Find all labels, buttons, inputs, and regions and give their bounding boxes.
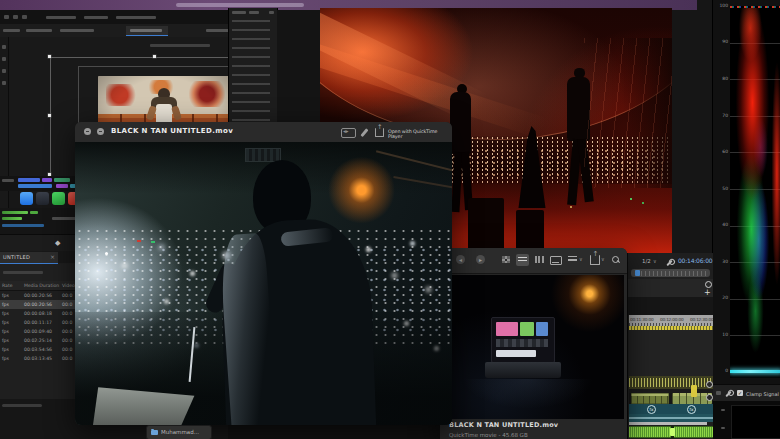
fx-track-teal[interactable]: fx fx: [629, 404, 713, 414]
folder-pill[interactable]: Muhammad...: [146, 425, 212, 439]
marker-icon[interactable]: ◆: [55, 238, 60, 248]
scroll-handle[interactable]: [705, 281, 712, 288]
scope-scale-label: 10: [714, 332, 728, 337]
monitor-scrubber[interactable]: [631, 269, 710, 277]
markup-pen-icon[interactable]: [360, 128, 368, 137]
cell-video-in: 00:0: [62, 338, 72, 343]
clamp-signal-checkbox[interactable]: ✓: [737, 390, 743, 396]
finder-preview-image[interactable]: [443, 275, 624, 419]
cell-duration: 00:00:11:17: [24, 320, 52, 325]
finder-file-meta: QuickTime movie - 45.68 GB: [449, 432, 528, 438]
ruler-tick-label: 00:12:30:00: [690, 317, 713, 322]
cell-video-in: 00:0: [62, 302, 72, 307]
cell-duration: 00:00:08:18: [24, 311, 52, 316]
fx-badge[interactable]: fx: [647, 405, 656, 414]
scope-scale-label: 30: [714, 259, 728, 264]
project-tab[interactable]: UNTITLED ×: [0, 252, 58, 264]
audio-track-teal[interactable]: [629, 414, 713, 422]
share-icon[interactable]: ↑: [590, 255, 600, 265]
column-view-icon[interactable]: [535, 256, 544, 263]
scroll-handle[interactable]: [706, 394, 713, 401]
panel-divider: [628, 297, 713, 315]
waveform-top-specks: [730, 6, 780, 8]
quicklook-video-frame[interactable]: [75, 142, 452, 425]
project-tab-label: UNTITLED: [3, 254, 30, 260]
audio-track-olive[interactable]: [629, 376, 713, 389]
scope-scale-label: 100: [714, 3, 728, 8]
cell-video-in: 00:0: [62, 311, 72, 316]
back-icon[interactable]: ◂: [456, 255, 465, 264]
monitor-edge-row: +: [628, 279, 713, 297]
scopes-lower-panel: [712, 401, 780, 439]
fx-badge[interactable]: fx: [687, 405, 696, 414]
finder-file-name[interactable]: BLACK N TAN UNTITLED.mov: [449, 421, 558, 429]
zoom-level-select[interactable]: 1/2: [642, 258, 651, 264]
track-empty-area: [629, 330, 713, 376]
quicklook-titlebar: BLACK N TAN UNTITLED.mov ◂▸ ↑ Open with …: [75, 122, 452, 143]
icon-view-icon[interactable]: [502, 256, 510, 263]
dock-icon-finder[interactable]: [20, 192, 33, 205]
folder-label: Muhammad...: [161, 429, 199, 435]
timeline-panel: 1/2 ∨ 00:14:06:00 + 00:11:30:00 00:12:00…: [627, 253, 713, 439]
chevron-down-icon[interactable]: ∨: [601, 256, 605, 262]
exit-sign-lights: [137, 240, 141, 242]
tab-close-icon[interactable]: ×: [50, 253, 55, 260]
fullscreen-icon[interactable]: [97, 128, 104, 135]
scopes-panel: 100 90 80 70 60 50 40 30 20 10 0 ✓ Clamp…: [712, 0, 780, 401]
wrench-icon[interactable]: [725, 391, 731, 397]
h-scrollbar[interactable]: [2, 404, 42, 407]
cell-rate: fps: [2, 320, 9, 325]
sequence-tab[interactable]: [126, 26, 168, 36]
sidebar-toggle-icon[interactable]: ◂▸: [341, 128, 356, 138]
quicklook-window: BLACK N TAN UNTITLED.mov ◂▸ ↑ Open with …: [75, 122, 452, 425]
chevron-down-icon[interactable]: ∨: [579, 256, 583, 262]
chevron-down-icon[interactable]: ∨: [653, 258, 657, 264]
column-media-duration[interactable]: Media Duration: [24, 283, 59, 288]
dock-icon-facetime[interactable]: [52, 192, 65, 205]
cell-duration: 00:00:20:56: [24, 293, 52, 298]
playhead-marker[interactable]: [635, 270, 640, 276]
search-icon[interactable]: [612, 256, 619, 263]
waveform-graph[interactable]: [730, 6, 780, 378]
tool-rail[interactable]: [0, 37, 9, 232]
dock-icon-app[interactable]: [36, 192, 49, 205]
stage-speaker: [468, 198, 504, 253]
close-icon[interactable]: [84, 128, 91, 135]
cell-rate: fps: [2, 293, 9, 298]
cell-duration: 00:03:54:56: [24, 347, 52, 352]
open-with-quicktime-button[interactable]: Open with QuickTime Player: [388, 129, 452, 139]
laptop-screen: [491, 317, 555, 363]
list-view-icon-active[interactable]: [516, 254, 529, 266]
clamp-signal-label[interactable]: Clamp Signal: [746, 391, 779, 397]
scrubber-ticks: [637, 271, 709, 276]
crowd-big-lights: [105, 252, 108, 255]
ruler-tick-label: 00:12:00:00: [660, 317, 683, 322]
audio-track-green[interactable]: [629, 426, 713, 438]
add-track-button[interactable]: +: [704, 288, 711, 297]
tent-wall: [584, 38, 672, 188]
clip-thumb-slices: [631, 396, 669, 404]
forward-icon[interactable]: ▸: [476, 255, 485, 264]
monitor-controls: 1/2 ∨ 00:14:06:00: [628, 255, 713, 268]
gallery-view-icon[interactable]: [550, 256, 562, 265]
finder-window: ◂ ▸ ∨ ↑ ∨: [440, 248, 627, 439]
program-timecode[interactable]: 00:14:06:00: [678, 257, 712, 264]
window-title-pill: [176, 3, 304, 7]
timeline-ruler[interactable]: 00:11:30:00 00:12:00:00 00:12:30:00: [629, 315, 713, 330]
share-icon[interactable]: ↑: [375, 128, 384, 137]
scopes-footer: ✓ Clamp Signal: [713, 384, 780, 402]
scroll-handle[interactable]: [706, 381, 713, 388]
finder-toolbar: ◂ ▸ ∨ ↑ ∨: [440, 248, 627, 274]
cell-duration: 00:00:20:56: [24, 302, 52, 307]
wrench-icon[interactable]: [666, 260, 672, 266]
waveform-trace: [730, 6, 780, 378]
cell-duration: 00:02:25:14: [24, 338, 52, 343]
group-by-icon[interactable]: [568, 256, 577, 263]
column-rate[interactable]: Rate: [2, 283, 13, 288]
quicklook-title: BLACK N TAN UNTITLED.mov: [111, 127, 233, 135]
light-strip: [629, 422, 707, 425]
video-track[interactable]: [629, 393, 713, 404]
cell-video-in: 00:0: [62, 347, 72, 352]
yellow-clip-marker[interactable]: [691, 385, 697, 397]
waveform-black-line: [730, 370, 780, 373]
